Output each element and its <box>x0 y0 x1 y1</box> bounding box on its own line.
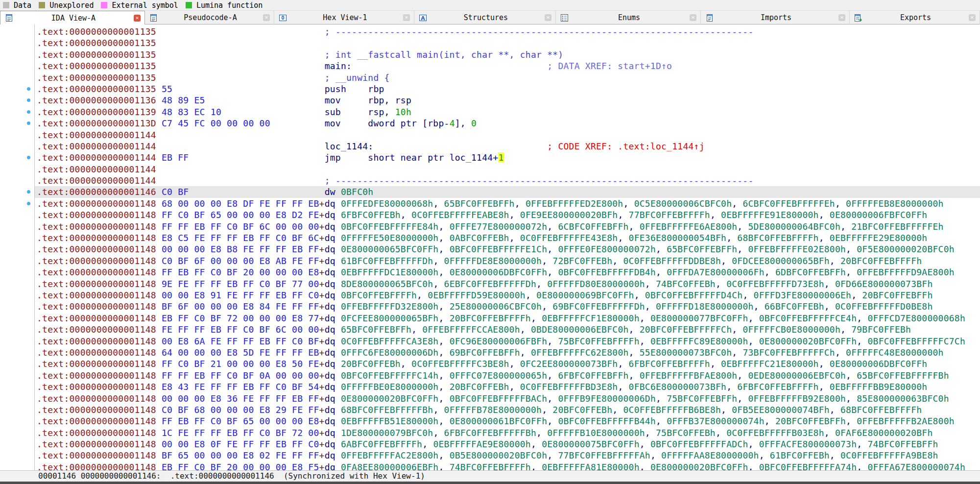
asm-row[interactable]: .text:0000000000001148 68 00 00 00 E8 DF… <box>35 198 980 209</box>
asm-text: , <box>612 405 623 415</box>
asm-row[interactable]: .text:0000000000001148 00 00 00 E8 36 FE… <box>35 393 980 404</box>
asm-row[interactable]: .text:0000000000001144 ; ---------------… <box>35 175 980 186</box>
asm-row[interactable]: .text:0000000000001148 00 00 E8 0F FE FF… <box>35 438 980 450</box>
asm-row[interactable]: .text:0000000000001144 EB FF jmp short n… <box>35 152 980 163</box>
asm-address: .text:0000000000001135 <box>37 84 156 94</box>
asm-text: dq <box>325 462 341 470</box>
asm-row[interactable]: .text:0000000000001148 C0 BF 68 00 00 00… <box>35 404 980 415</box>
asm-data-value: 8DE800000065BFC0h <box>341 279 433 289</box>
asm-row[interactable]: .text:0000000000001144 <box>35 129 980 141</box>
asm-row[interactable]: .text:0000000000001148 EB FF C0 BF 20 00… <box>35 461 980 470</box>
asm-row[interactable]: .text:0000000000001148 FE FF FF EB FF C0… <box>35 324 980 335</box>
asm-row[interactable]: .text:0000000000001148 E8 43 FE FF FF EB… <box>35 381 980 392</box>
asm-row[interactable]: .text:0000000000001148 FF EB FF C0 BF 20… <box>35 266 980 278</box>
asm-data-value: 0FFFC07E800000065h <box>450 370 548 381</box>
more-bytes-indicator: + <box>319 301 325 312</box>
asm-text: , <box>840 221 851 232</box>
asm-data-value: 0EBFFFFFAE9E80000h <box>433 439 531 449</box>
asm-data-value: 6ABFC0FFEBFFFFh <box>341 439 422 449</box>
asm-row[interactable]: .text:0000000000001135 ; ---------------… <box>35 26 980 37</box>
tab-imports[interactable]: Imports✕ <box>701 11 850 24</box>
close-icon[interactable]: ✕ <box>545 14 551 21</box>
asm-data-value: 0C5E80000006CBFC0h <box>634 198 732 209</box>
asm-row[interactable]: .text:0000000000001148 E8 C5 FE FF FF EB… <box>35 232 980 243</box>
asm-row[interactable]: .text:0000000000001148 00 00 00 E8 B8 FE… <box>35 243 980 255</box>
asm-data-value: 72BFC0FFEBh <box>552 256 612 266</box>
tab-enums[interactable]: Enums✕ <box>556 11 701 24</box>
asm-bytes: FF EB FF C0 BF 20 00 00 00 E8 <box>156 267 319 277</box>
asm-row[interactable]: .text:0000000000001148 FF EB FF C0 BF 65… <box>35 415 980 427</box>
asm-row[interactable]: .text:0000000000001144 loc_1144: ; CODE … <box>35 141 980 152</box>
asm-row[interactable]: .text:0000000000001148 FF FF EB FF C0 BF… <box>35 370 980 381</box>
asm-row[interactable]: .text:0000000000001148 BF 6F 00 00 00 E8… <box>35 301 980 312</box>
asm-row[interactable]: .text:0000000000001144 <box>35 164 980 175</box>
column-gap <box>162 164 325 174</box>
tab-exports[interactable]: Exports✕ <box>850 11 980 24</box>
asm-row[interactable]: .text:0000000000001148 FF C0 BF 65 00 00… <box>35 209 980 220</box>
asm-text: , <box>737 244 748 254</box>
asm-row[interactable]: .text:0000000000001148 EB FF C0 BF 72 00… <box>35 313 980 324</box>
asm-data-value: 0C0FFEBFFFFFE43E8h <box>520 233 618 243</box>
close-icon[interactable]: ✕ <box>838 14 845 21</box>
asm-text: , <box>509 233 520 243</box>
asm-address: .text:0000000000001135 <box>37 61 156 71</box>
asm-row[interactable]: .text:0000000000001135 ; __unwind { <box>35 72 980 83</box>
asm-row[interactable]: .text:0000000000001135 ; int __fastcall … <box>35 49 980 60</box>
asm-row[interactable]: .text:0000000000001135 55 push rbp <box>35 83 980 95</box>
asm-bytes: EB FF C0 BF 72 00 00 00 E8 77 <box>156 313 319 323</box>
tab-ida-view-a[interactable]: IDA View-A✕ <box>0 11 145 24</box>
asm-data-value: 6CBFC0FFEBFFFFFEh <box>742 198 835 209</box>
asm-immediate: 0 <box>471 118 477 128</box>
asm-bytes: FF EB FF C0 BF 65 00 00 00 E8 <box>156 416 319 426</box>
close-icon[interactable]: ✕ <box>134 15 141 22</box>
asm-address: .text:0000000000001148 <box>37 256 156 266</box>
more-bytes-indicator: + <box>319 221 325 232</box>
asm-row[interactable]: .text:0000000000001146 C0 BF dw 0BFC0h <box>35 186 980 197</box>
asm-row[interactable]: .text:0000000000001148 9E FE FF FF EB FF… <box>35 278 980 290</box>
asm-text: , <box>710 359 721 369</box>
asm-data-value: 0C0FFEBFFFFFCA3E8h <box>341 336 439 346</box>
asm-bytes: C0 BF 68 00 00 00 E8 29 FE FF <box>156 405 319 415</box>
asm-text: , <box>737 370 748 381</box>
asm-text: , <box>438 382 449 392</box>
asm-bytes <box>156 164 162 174</box>
column-gap <box>162 141 325 151</box>
asm-row[interactable]: .text:000000000000113D C7 45 FC 00 00 00… <box>35 118 980 129</box>
close-icon[interactable]: ✕ <box>690 14 696 21</box>
asm-comment: ; --------------------------------------… <box>325 175 754 186</box>
asm-data-value: 25E80000006CBFC0h <box>450 301 542 312</box>
asm-row[interactable]: .text:0000000000001148 C0 BF 6F 00 00 00… <box>35 255 980 266</box>
close-icon[interactable]: ✕ <box>969 14 976 21</box>
asm-data-value: 0FFFEDFE80000068h <box>341 198 433 209</box>
tab-hex-view-1[interactable]: OHex View-1✕ <box>274 11 414 24</box>
asm-data-value: 0FFEBFFFFFB2AE800h <box>857 416 955 426</box>
asm-row[interactable]: .text:0000000000001135 main: ; DATA XREF… <box>35 60 980 72</box>
asm-row[interactable]: .text:0000000000001148 00 00 E8 91 FE FF… <box>35 290 980 301</box>
tab-pseudocode-a[interactable]: Pseudocode-A✕ <box>145 11 274 24</box>
tab-structures[interactable]: AStructures✕ <box>414 11 556 24</box>
asm-data-value: 0EDE80000006EBFC0h <box>748 370 846 381</box>
asm-bytes: C0 BF 6F 00 00 00 E8 AB FE FF <box>156 256 319 266</box>
legend-item-label: Unexplored <box>49 1 94 10</box>
asm-row[interactable]: .text:0000000000001136 48 89 E5 mov rbp,… <box>35 95 980 106</box>
asm-row[interactable]: .text:0000000000001148 FF C0 BF 21 00 00… <box>35 358 980 369</box>
asm-row[interactable]: .text:0000000000001139 48 83 EC 10 sub r… <box>35 106 980 118</box>
legend-item-label: External symbol <box>112 1 178 10</box>
disassembly-view[interactable]: .text:0000000000001135 ; ---------------… <box>0 24 980 470</box>
asm-data-value: 0C0FFEBFFFFFB03E8h <box>726 428 824 438</box>
asm-row[interactable]: .text:0000000000001148 1C FE FF FF EB FF… <box>35 427 980 438</box>
asm-text: , <box>819 233 830 243</box>
close-icon[interactable]: ✕ <box>263 14 270 21</box>
asm-text: , <box>438 221 449 232</box>
asm-text: , <box>433 428 444 438</box>
asm-row[interactable]: .text:0000000000001148 00 E8 6A FE FF FF… <box>35 336 980 347</box>
asm-row[interactable]: .text:0000000000001148 FF FF EB FF C0 BF… <box>35 221 980 232</box>
asm-data-value: 65BFC0FFEBFFh <box>341 324 411 335</box>
asm-address: .text:0000000000001148 <box>37 336 156 346</box>
asm-data-value: 6FBFC0FFEBFFh <box>558 370 628 381</box>
asm-row[interactable]: .text:0000000000001148 64 00 00 00 E8 5D… <box>35 347 980 358</box>
asm-row[interactable]: .text:0000000000001135 <box>35 37 980 48</box>
asm-row[interactable]: .text:0000000000001148 BF 65 00 00 00 E8… <box>35 450 980 461</box>
legend-item-label: Data <box>14 1 31 10</box>
close-icon[interactable]: ✕ <box>403 14 410 21</box>
